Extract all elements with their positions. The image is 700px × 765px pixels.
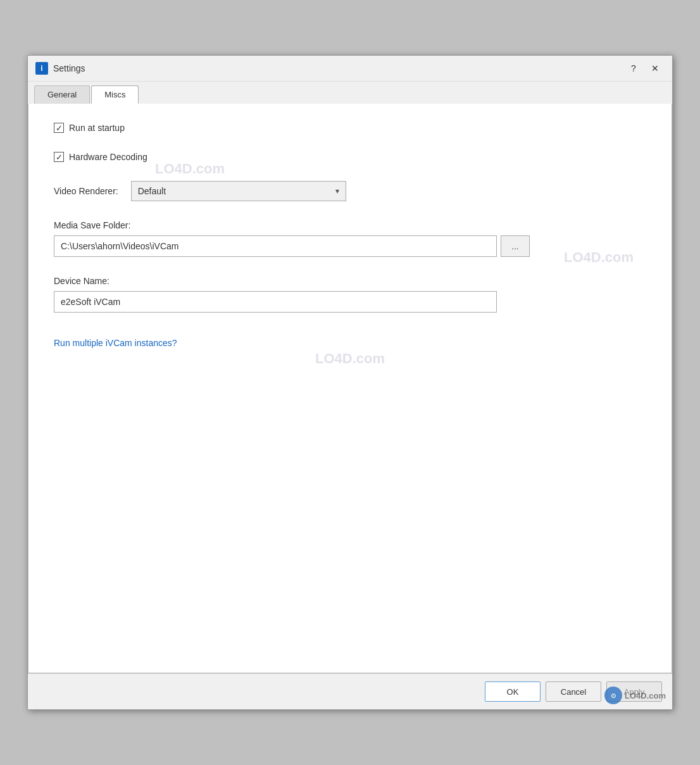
hardware-decoding-row: Hardware Decoding <box>54 152 646 162</box>
media-save-folder-row: Media Save Folder: ... <box>54 220 646 257</box>
run-at-startup-row: Run at startup <box>54 123 646 133</box>
settings-dialog: i Settings ? ✕ General Miscs LO4D.com LO… <box>27 55 673 710</box>
lo4d-text: LO4D.com <box>625 691 666 700</box>
title-bar-right: ? ✕ <box>624 61 665 76</box>
watermark-1: LO4D.com <box>155 161 225 177</box>
dialog-title: Settings <box>53 63 85 73</box>
tab-general[interactable]: General <box>34 85 90 104</box>
run-at-startup-label: Run at startup <box>69 123 125 133</box>
tab-miscs[interactable]: Miscs <box>91 85 139 104</box>
device-name-input[interactable] <box>54 291 497 313</box>
run-at-startup-checkbox[interactable] <box>54 123 64 133</box>
lo4d-icon: ⊙ <box>604 687 622 704</box>
watermark-3: LO4D.com <box>315 351 385 367</box>
device-name-label: Device Name: <box>54 276 646 286</box>
title-bar: i Settings ? ✕ <box>28 56 672 82</box>
tabs-bar: General Miscs <box>28 82 672 104</box>
video-renderer-row: Video Renderer: Default ▾ <box>54 181 646 201</box>
video-renderer-dropdown[interactable]: Default ▾ <box>131 181 346 201</box>
app-icon: i <box>35 62 48 75</box>
device-name-row: Device Name: <box>54 276 646 313</box>
title-bar-left: i Settings <box>35 62 85 75</box>
video-renderer-value: Default <box>138 186 166 196</box>
cancel-button[interactable]: Cancel <box>546 681 601 702</box>
hardware-decoding-checkbox[interactable] <box>54 152 64 162</box>
hardware-decoding-label: Hardware Decoding <box>69 152 147 162</box>
lo4d-watermark: ⊙ LO4D.com <box>604 687 666 704</box>
ok-button[interactable]: OK <box>485 681 541 702</box>
close-button[interactable]: ✕ <box>646 61 665 76</box>
media-save-folder-input[interactable] <box>54 235 497 257</box>
media-save-folder-label: Media Save Folder: <box>54 220 646 230</box>
browse-button[interactable]: ... <box>501 235 530 257</box>
footer: OK Cancel Apply <box>28 673 672 709</box>
video-renderer-label: Video Renderer: <box>54 186 118 196</box>
help-button[interactable]: ? <box>624 61 643 76</box>
chevron-down-icon: ▾ <box>335 187 339 196</box>
media-save-folder-input-group: ... <box>54 235 646 257</box>
footer-wrapper: OK Cancel Apply ⊙ LO4D.com <box>28 673 672 709</box>
content-area: LO4D.com LO4D.com LO4D.com Run at startu… <box>28 104 672 673</box>
multiple-instances-link[interactable]: Run multiple iVCam instances? <box>54 338 177 348</box>
